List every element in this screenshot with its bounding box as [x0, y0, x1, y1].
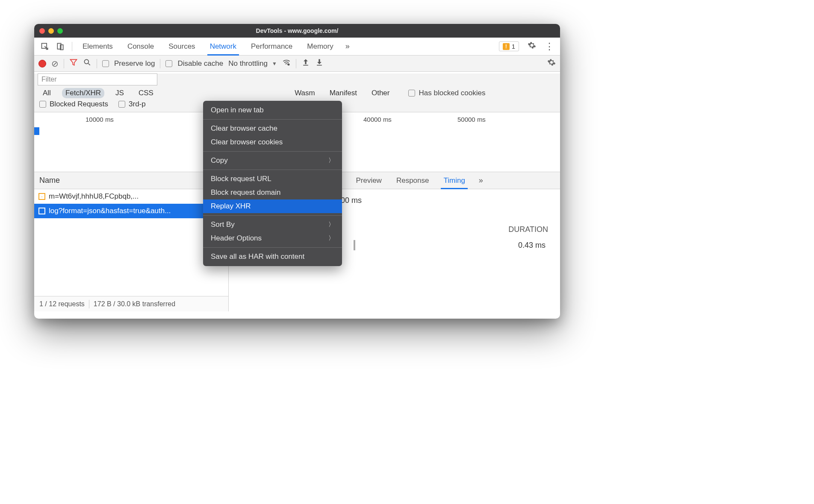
detail-tab-preview[interactable]: Preview	[355, 173, 382, 188]
divider	[89, 300, 89, 308]
request-row[interactable]: log?format=json&hasfast=true&auth...	[34, 204, 228, 218]
filter-placeholder: Filter	[41, 76, 57, 83]
filter-input[interactable]: Filter	[38, 73, 157, 85]
device-toolbar-icon[interactable]	[54, 40, 67, 53]
window-title: DevTools - www.google.com/	[34, 27, 560, 34]
third-party-label: 3rd-party requests	[129, 100, 146, 108]
download-har-icon[interactable]	[315, 58, 324, 69]
ctx-replay-xhr[interactable]: Replay XHR	[203, 199, 342, 213]
divider	[203, 119, 342, 120]
chevron-down-icon: ▼	[272, 61, 277, 67]
tab-console[interactable]: Console	[127, 39, 155, 54]
window-controls	[39, 28, 63, 34]
timeline-tick: 10000 ms	[86, 116, 114, 123]
transfer-size: 172 B / 30.0 kB transferred	[94, 300, 175, 308]
divider	[203, 151, 342, 152]
divider	[203, 215, 342, 216]
submenu-arrow-icon: 〉	[328, 234, 334, 242]
request-row[interactable]: ◦ m=Wt6vjf,hhhU8,FCpbqb,...	[34, 189, 228, 204]
ctx-sort-by[interactable]: Sort By〉	[203, 218, 342, 231]
disable-cache-checkbox[interactable]	[165, 60, 172, 67]
type-all[interactable]: All	[39, 88, 54, 98]
titlebar: DevTools - www.google.com/	[34, 24, 560, 38]
issues-badge[interactable]: ! 1	[499, 41, 519, 51]
divider	[160, 59, 160, 68]
resource-type-filters: All Fetch/XHR JS CSS Img Media Font Doc …	[34, 85, 560, 100]
search-icon[interactable]	[83, 58, 91, 69]
divider	[72, 42, 72, 51]
requests-footer: 1 / 12 requests 172 B / 30.0 kB transfer…	[34, 296, 228, 311]
blocked-requests-checkbox[interactable]	[39, 101, 46, 108]
svg-point-3	[84, 59, 88, 64]
minimize-window-button[interactable]	[48, 28, 54, 34]
queueing-value: 0.43 ms	[518, 241, 546, 250]
detail-tab-timing[interactable]: Timing	[442, 173, 466, 188]
more-tabs-icon[interactable]: »	[479, 176, 483, 185]
network-toolbar: ⊘ Preserve log Disable cache No throttli…	[34, 56, 560, 72]
network-conditions-icon[interactable]	[282, 58, 291, 69]
duration-label: DURATION	[508, 225, 548, 234]
record-button[interactable]	[38, 60, 46, 67]
close-window-button[interactable]	[39, 28, 45, 34]
divider	[97, 59, 97, 68]
type-manifest[interactable]: Manifest	[326, 88, 360, 98]
has-blocked-cookies-checkbox[interactable]	[408, 90, 415, 97]
ctx-header-options[interactable]: Header Options〉	[203, 231, 342, 245]
type-fetch-xhr[interactable]: Fetch/XHR	[62, 88, 104, 98]
ctx-block-domain[interactable]: Block request domain	[203, 186, 342, 199]
filter-toggle-icon[interactable]	[69, 58, 78, 69]
settings-icon[interactable]	[528, 41, 536, 52]
svg-rect-5	[303, 65, 308, 66]
upload-har-icon[interactable]	[301, 58, 310, 69]
has-blocked-cookies-label: Has blocked cookies	[419, 89, 485, 97]
divider	[203, 170, 342, 170]
issues-count: 1	[512, 43, 515, 50]
divider	[203, 247, 342, 248]
throttling-label: No throttling	[228, 59, 268, 68]
tab-performance[interactable]: Performance	[250, 39, 293, 54]
svg-rect-6	[317, 65, 322, 66]
tab-network[interactable]: Network	[209, 39, 237, 54]
devtools-window: DevTools - www.google.com/ Elements Cons…	[34, 24, 560, 319]
submenu-arrow-icon: 〉	[328, 221, 334, 229]
clear-button[interactable]: ⊘	[51, 59, 59, 69]
svg-point-4	[287, 64, 289, 66]
ctx-save-har[interactable]: Save all as HAR with content	[203, 250, 342, 264]
divider	[296, 59, 296, 68]
name-column-header[interactable]: Name	[34, 172, 228, 189]
timeline-tick: 40000 ms	[363, 116, 392, 123]
network-settings-icon[interactable]	[547, 58, 556, 69]
queueing-bar	[354, 240, 355, 250]
third-party-checkbox[interactable]	[118, 101, 125, 108]
throttling-select[interactable]: No throttling ▼	[228, 59, 277, 68]
request-count: 1 / 12 requests	[39, 300, 85, 308]
tab-sources[interactable]: Sources	[168, 39, 196, 54]
ctx-open-new-tab[interactable]: Open in new tab	[203, 103, 342, 117]
request-name: log?format=json&hasfast=true&auth...	[49, 207, 171, 215]
request-name: m=Wt6vjf,hhhU8,FCpbqb,...	[49, 192, 139, 201]
tab-elements[interactable]: Elements	[82, 39, 114, 54]
detail-tab-response[interactable]: Response	[395, 173, 430, 188]
timeline-marker	[34, 127, 39, 135]
warning-icon: !	[503, 43, 510, 50]
timeline-tick: 50000 ms	[457, 116, 486, 123]
inspect-element-icon[interactable]	[38, 40, 51, 53]
type-js[interactable]: JS	[112, 88, 127, 98]
type-wasm[interactable]: Wasm	[291, 88, 319, 98]
submenu-arrow-icon: 〉	[328, 157, 334, 164]
type-other[interactable]: Other	[368, 88, 393, 98]
type-css[interactable]: CSS	[135, 88, 157, 98]
maximize-window-button[interactable]	[57, 28, 63, 34]
divider	[64, 59, 64, 68]
ctx-clear-cache[interactable]: Clear browser cache	[203, 122, 342, 135]
ctx-clear-cookies[interactable]: Clear browser cookies	[203, 135, 342, 149]
preserve-log-label: Preserve log	[114, 59, 155, 68]
context-menu: Open in new tab Clear browser cache Clea…	[203, 101, 342, 266]
preserve-log-checkbox[interactable]	[102, 60, 109, 67]
more-tabs-icon[interactable]: »	[345, 42, 350, 51]
ctx-block-url[interactable]: Block request URL	[203, 172, 342, 186]
ctx-copy[interactable]: Copy〉	[203, 154, 342, 167]
tab-memory[interactable]: Memory	[306, 39, 334, 54]
kebab-menu-icon[interactable]: ⋮	[545, 41, 554, 52]
panel-tabs: Elements Console Sources Network Perform…	[82, 39, 334, 54]
